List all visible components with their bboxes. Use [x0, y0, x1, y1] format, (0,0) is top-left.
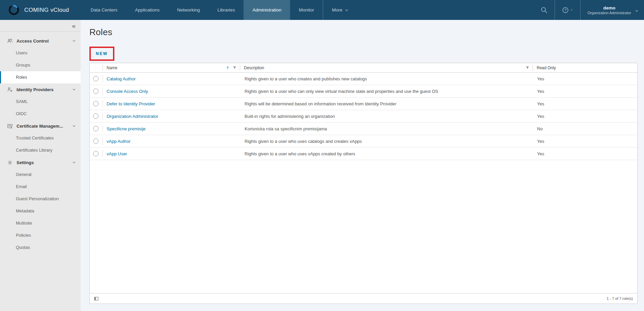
filter-icon[interactable] — [233, 66, 236, 70]
nav-right: ? demo Organization Administrator — [533, 0, 644, 20]
role-description: Rights given to a user who uses catalogs… — [240, 135, 533, 147]
nav-tab-applications[interactable]: Applications — [126, 0, 168, 20]
nav-tab-administration[interactable]: Administration — [244, 0, 290, 20]
main-content: Roles NEW Name Description — [81, 20, 644, 311]
brand-title: COMING vCloud — [24, 7, 69, 14]
sidebar-item-general[interactable]: General — [0, 169, 81, 181]
role-name-link[interactable]: vApp Author — [103, 139, 131, 144]
role-read-only: Yes — [533, 98, 637, 110]
column-header-name: Name — [103, 63, 240, 72]
role-read-only: Yes — [533, 110, 637, 122]
row-select-radio[interactable] — [93, 151, 99, 156]
table-row: Defer to Identity ProviderRights will be… — [90, 98, 637, 110]
sidebar-group-identity-providers[interactable]: Identity Providers — [0, 83, 81, 96]
row-select-radio[interactable] — [93, 113, 99, 119]
sidebar-nav: Access ControlUsersGroupsRolesIdentity P… — [0, 32, 81, 254]
chevron-down-icon — [72, 88, 76, 92]
role-name-link[interactable]: Defer to Identity Provider — [103, 101, 155, 106]
row-select-radio[interactable] — [93, 101, 99, 106]
sidebar-item-metadata[interactable]: Metadata — [0, 205, 81, 217]
row-select-radio[interactable] — [93, 138, 99, 144]
sidebar-item-roles[interactable]: Roles — [0, 71, 81, 83]
table-row: vApp AuthorRights given to a user who us… — [90, 135, 637, 148]
nav-tab-data-centers[interactable]: Data Centers — [82, 0, 127, 20]
table-header: Name Description Read Only — [90, 63, 637, 73]
row-select-radio[interactable] — [93, 88, 99, 94]
radio-column-header — [90, 63, 103, 72]
brand: COMING vCloud — [0, 0, 76, 20]
new-button[interactable]: NEW — [92, 49, 111, 59]
row-select-radio[interactable] — [93, 76, 99, 81]
roles-table: Name Description Read Only Catalog — [89, 63, 638, 304]
sidebar: « Access ControlUsersGroupsRolesIdentity… — [0, 20, 81, 311]
chevron-down-icon — [72, 39, 76, 43]
app-logo-icon — [7, 4, 20, 16]
role-read-only: Yes — [533, 85, 637, 97]
nav-tab-libraries[interactable]: Libraries — [209, 0, 244, 20]
role-description: Rights given to a user who creates and p… — [240, 73, 533, 85]
sidebar-item-oidc[interactable]: OIDC — [0, 108, 81, 120]
role-read-only: Yes — [533, 73, 637, 85]
chevron-down-icon — [72, 161, 76, 164]
role-description: Rights given to a user who can only view… — [240, 85, 533, 97]
nav-tab-more[interactable]: More — [323, 0, 357, 20]
sidebar-group-settings[interactable]: Settings — [0, 156, 81, 169]
nav-tab-networking[interactable]: Networking — [168, 0, 209, 20]
sidebar-item-quotas[interactable]: Quotas — [0, 241, 81, 254]
column-header-description: Description — [240, 63, 533, 72]
role-name-link[interactable]: vApp User — [103, 151, 127, 156]
role-description: Built-in rights for administering an org… — [240, 110, 533, 122]
row-count: 1 - 7 of 7 role(s) — [607, 296, 633, 301]
chevron-down-icon — [345, 8, 348, 12]
search-icon[interactable] — [533, 0, 555, 20]
role-read-only: No — [533, 123, 637, 135]
identity-provider-icon — [7, 87, 13, 93]
role-name-link[interactable]: Organization Administrator — [103, 114, 158, 119]
role-name-link[interactable]: Catalog Author — [103, 76, 136, 81]
filter-icon[interactable] — [526, 66, 529, 70]
table-row: Catalog AuthorRights given to a user who… — [90, 73, 637, 85]
annotation-box: NEW — [89, 47, 114, 61]
sidebar-item-policies[interactable]: Policies — [0, 229, 81, 241]
table-row: vApp UserRights given to a user who uses… — [90, 148, 637, 160]
role-description: Korisnicka rola sa specificnim premisija… — [240, 123, 533, 135]
role-read-only: Yes — [533, 148, 637, 160]
table-row: Specificne premisijeKorisnicka rola sa s… — [90, 123, 637, 135]
table-row: Console Access OnlyRights given to a use… — [90, 85, 637, 98]
sidebar-group-certificate-managem[interactable]: Certificate Managem... — [0, 120, 81, 132]
sidebar-header: « — [0, 20, 81, 32]
table-row: Organization AdministratorBuilt-in right… — [90, 110, 637, 123]
user-menu[interactable]: demo Organization Administrator — [581, 0, 644, 20]
chevron-down-icon — [72, 124, 76, 128]
role-name-link[interactable]: Specificne premisije — [103, 126, 146, 131]
sidebar-item-groups[interactable]: Groups — [0, 59, 81, 71]
table-footer: 1 - 7 of 7 role(s) — [90, 293, 637, 304]
users-icon — [7, 38, 13, 44]
column-header-read-only: Read Only — [533, 63, 637, 72]
sidebar-item-users[interactable]: Users — [0, 47, 81, 59]
gear-icon — [7, 160, 13, 165]
role-description: Rights will be determined based on infor… — [240, 98, 533, 110]
svg-text:?: ? — [565, 8, 567, 12]
collapse-sidebar-icon[interactable]: « — [71, 23, 76, 29]
certificate-icon — [7, 123, 13, 129]
role-name-link[interactable]: Console Access Only — [103, 89, 148, 94]
sidebar-item-email[interactable]: Email — [0, 181, 81, 193]
nav-tab-monitor[interactable]: Monitor — [290, 0, 323, 20]
sidebar-item-multisite[interactable]: Multisite — [0, 217, 81, 229]
sort-ascending-icon[interactable] — [226, 66, 230, 70]
column-toggle-icon[interactable] — [94, 296, 99, 301]
primary-nav: Data CentersApplicationsNetworkingLibrar… — [82, 0, 357, 20]
sidebar-group-access-control[interactable]: Access Control — [0, 35, 81, 47]
sidebar-item-certificates-library[interactable]: Certificates Library — [0, 144, 81, 156]
chevron-down-icon — [635, 8, 639, 14]
row-select-radio[interactable] — [93, 126, 99, 131]
role-description: Rights given to a user who uses vApps cr… — [240, 148, 533, 160]
page-title: Roles — [89, 27, 638, 37]
table-body: Catalog AuthorRights given to a user who… — [90, 73, 637, 160]
sidebar-item-saml[interactable]: SAML — [0, 96, 81, 108]
sidebar-item-trusted-certificates[interactable]: Trusted Certificates — [0, 132, 81, 144]
user-role: Organization Administrator — [587, 11, 631, 15]
help-icon[interactable]: ? — [555, 0, 580, 20]
sidebar-item-guest-personalization[interactable]: Guest Personalization — [0, 193, 81, 205]
